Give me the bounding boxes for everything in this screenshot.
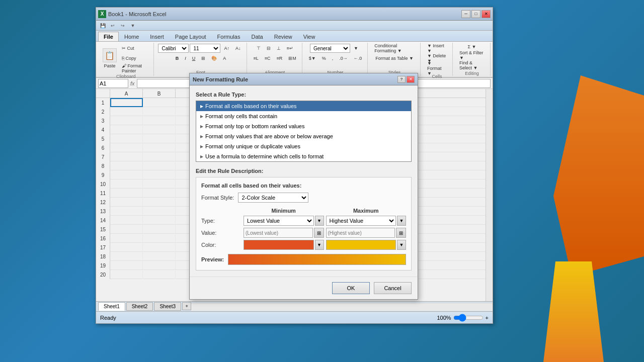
cell-b10[interactable] bbox=[143, 179, 176, 189]
cell-b3[interactable] bbox=[143, 116, 176, 125]
decrease-font-btn[interactable]: A↓ bbox=[233, 44, 244, 53]
underline-button[interactable]: U bbox=[190, 54, 198, 63]
font-size-select[interactable]: 11 bbox=[190, 44, 220, 53]
cell-b18[interactable] bbox=[143, 252, 176, 261]
min-type-select[interactable]: Lowest Value bbox=[244, 216, 314, 226]
align-left-btn[interactable]: ≡L bbox=[251, 54, 261, 63]
cell-a13[interactable] bbox=[110, 207, 143, 216]
rule-item[interactable]: ▶Format only cells that contain bbox=[196, 111, 411, 121]
paste-button[interactable]: 📋 Paste bbox=[101, 45, 118, 71]
cell-b19[interactable] bbox=[143, 261, 176, 270]
dialog-help-btn[interactable]: ? bbox=[397, 76, 406, 83]
rule-item[interactable]: ▶Format all cells based on their values bbox=[196, 101, 411, 111]
tab-formulas[interactable]: Formulas bbox=[212, 32, 246, 41]
font-name-select[interactable]: Calibri bbox=[158, 44, 189, 53]
font-color-button[interactable]: A bbox=[220, 54, 228, 63]
tab-file[interactable]: File bbox=[98, 32, 119, 41]
cell-b13[interactable] bbox=[143, 207, 176, 216]
cell-b1[interactable] bbox=[143, 98, 176, 107]
copy-button[interactable]: ⎘ Copy bbox=[119, 54, 150, 63]
cell-a4[interactable] bbox=[110, 125, 143, 134]
cell-a18[interactable] bbox=[110, 252, 143, 261]
currency-btn[interactable]: $▼ bbox=[306, 54, 318, 63]
customize-quick-btn[interactable]: ▼ bbox=[128, 22, 137, 30]
cell-a9[interactable] bbox=[110, 170, 143, 179]
cell-a12[interactable] bbox=[110, 198, 143, 207]
cell-b11[interactable] bbox=[143, 189, 176, 198]
sum-btn[interactable]: Σ ▼ bbox=[465, 44, 479, 50]
number-format-select[interactable]: General bbox=[310, 44, 350, 53]
redo-quick-btn[interactable]: ↪ bbox=[118, 22, 127, 30]
find-select-btn[interactable]: Find & Select ▼ bbox=[457, 61, 487, 70]
sheet-tab-2[interactable]: Sheet2 bbox=[126, 302, 153, 311]
conditional-formatting-btn[interactable]: Conditional Formatting ▼ bbox=[372, 44, 417, 53]
insert-sheet-btn[interactable]: + bbox=[182, 302, 191, 310]
cell-b15[interactable] bbox=[143, 225, 176, 234]
max-value-pick-btn[interactable]: ⊞ bbox=[396, 228, 406, 238]
merge-btn[interactable]: ⊞M bbox=[286, 54, 299, 63]
max-value-input[interactable] bbox=[326, 228, 395, 238]
cell-a14[interactable] bbox=[110, 216, 143, 225]
bold-button[interactable]: B bbox=[173, 54, 182, 63]
cell-a15[interactable] bbox=[110, 225, 143, 234]
sheet-tab-3[interactable]: Sheet3 bbox=[154, 302, 181, 311]
undo-quick-btn[interactable]: ↩ bbox=[108, 22, 117, 30]
min-value-input[interactable] bbox=[244, 228, 313, 238]
save-quick-btn[interactable]: 💾 bbox=[98, 22, 107, 30]
dec-decrease-btn[interactable]: ←.0 bbox=[351, 54, 365, 63]
increase-font-btn[interactable]: A↑ bbox=[221, 44, 232, 53]
cell-b12[interactable] bbox=[143, 198, 176, 207]
number-dropdown-btn[interactable]: ▼ bbox=[351, 44, 361, 53]
sort-filter-btn[interactable]: Sort & Filter ▼ bbox=[457, 51, 487, 60]
min-color-btn[interactable]: ▼ bbox=[315, 240, 324, 250]
min-type-arrow[interactable]: ▼ bbox=[315, 216, 324, 226]
name-box[interactable] bbox=[98, 79, 128, 88]
cell-a19[interactable] bbox=[110, 261, 143, 270]
align-bottom-btn[interactable]: ⊥ bbox=[274, 44, 283, 53]
minimize-button[interactable]: ─ bbox=[461, 10, 470, 18]
zoom-in-btn[interactable]: + bbox=[486, 315, 489, 321]
rule-item[interactable]: ▶Format only values that are above or be… bbox=[196, 131, 411, 141]
align-right-btn[interactable]: ≡R bbox=[274, 54, 285, 63]
percent-btn[interactable]: % bbox=[319, 54, 329, 63]
cut-button[interactable]: ✂ Cut bbox=[119, 44, 150, 53]
fill-color-button[interactable]: 🎨 bbox=[209, 54, 219, 63]
cell-a17[interactable] bbox=[110, 243, 143, 252]
cell-b20[interactable] bbox=[143, 270, 176, 279]
restore-button[interactable]: □ bbox=[471, 10, 480, 18]
cell-a5[interactable] bbox=[110, 134, 143, 143]
format-as-table-btn[interactable]: Format as Table ▼ bbox=[373, 54, 416, 63]
cell-a8[interactable] bbox=[110, 161, 143, 170]
cell-b7[interactable] bbox=[143, 152, 176, 161]
max-type-select[interactable]: Highest Value bbox=[326, 216, 396, 226]
insert-btn[interactable]: ▼ Insert ▼ bbox=[425, 44, 449, 53]
cell-b5[interactable] bbox=[143, 134, 176, 143]
align-top-btn[interactable]: ⊤ bbox=[254, 44, 263, 53]
italic-button[interactable]: I bbox=[182, 54, 189, 63]
cell-b14[interactable] bbox=[143, 216, 176, 225]
cell-b6[interactable] bbox=[143, 143, 176, 152]
close-button[interactable]: ✕ bbox=[481, 10, 491, 18]
cancel-button[interactable]: Cancel bbox=[374, 282, 412, 294]
cell-a3[interactable] bbox=[110, 116, 143, 125]
format-style-select[interactable]: 2-Color Scale bbox=[238, 193, 308, 203]
cell-a20[interactable] bbox=[110, 270, 143, 279]
dec-increase-btn[interactable]: .0→ bbox=[337, 54, 350, 63]
dialog-close-btn[interactable]: ✕ bbox=[407, 76, 415, 83]
cell-b8[interactable] bbox=[143, 161, 176, 170]
ok-button[interactable]: OK bbox=[332, 282, 370, 294]
wrap-text-btn[interactable]: ≡↵ bbox=[284, 44, 296, 53]
cell-b17[interactable] bbox=[143, 243, 176, 252]
cell-a11[interactable] bbox=[110, 189, 143, 198]
align-center-btn[interactable]: ≡C bbox=[262, 54, 273, 63]
format-painter-button[interactable]: 🖌 Format Painter bbox=[119, 64, 150, 73]
tab-view[interactable]: View bbox=[298, 32, 321, 41]
comma-btn[interactable]: , bbox=[330, 54, 336, 63]
tab-review[interactable]: Review bbox=[269, 32, 298, 41]
rule-item[interactable]: ▶Format only top or bottom ranked values bbox=[196, 121, 411, 131]
tab-home[interactable]: Home bbox=[119, 32, 144, 41]
borders-button[interactable]: ⊞ bbox=[199, 54, 208, 63]
cell-a10[interactable] bbox=[110, 179, 143, 189]
cell-a16[interactable] bbox=[110, 234, 143, 243]
cell-b2[interactable] bbox=[143, 107, 176, 116]
